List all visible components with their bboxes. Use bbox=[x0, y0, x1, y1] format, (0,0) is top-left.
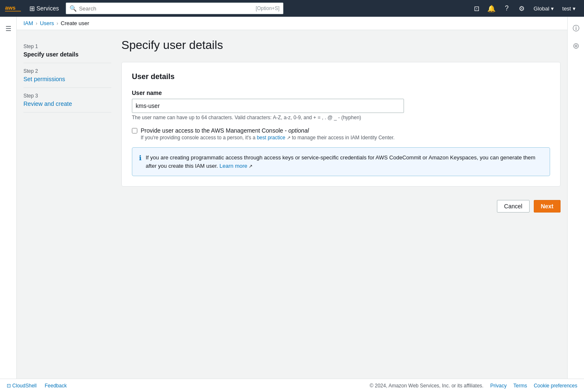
services-menu-button[interactable]: ⊞ Services bbox=[26, 3, 62, 14]
grid-icon: ⊞ bbox=[29, 5, 35, 13]
user-menu-btn[interactable]: test ▾ bbox=[559, 4, 579, 13]
username-label: User name bbox=[132, 90, 550, 96]
search-input[interactable] bbox=[79, 5, 253, 12]
username-hint: The user name can have up to 64 characte… bbox=[132, 115, 550, 120]
services-label: Services bbox=[36, 5, 59, 12]
settings-btn[interactable]: ⚙ bbox=[515, 2, 528, 15]
radio-icon: ◎ bbox=[573, 41, 579, 49]
step-3-name[interactable]: Review and create bbox=[23, 100, 111, 107]
chevron-down-icon-user: ▾ bbox=[573, 5, 576, 12]
right-info-btn[interactable]: ⓘ bbox=[569, 22, 583, 35]
footer-copyright: © 2024, Amazon Web Services, Inc. or its… bbox=[370, 383, 484, 389]
info-text-container: If you are creating programmatic access … bbox=[146, 154, 543, 170]
cloudshell-label: CloudShell bbox=[12, 383, 36, 389]
aws-logo[interactable]: aws bbox=[5, 3, 21, 13]
username-form-group: User name The user name can have up to 6… bbox=[132, 90, 550, 120]
breadcrumb-iam[interactable]: IAM bbox=[23, 20, 33, 26]
page-title: Specify user details bbox=[121, 38, 561, 52]
username-input[interactable] bbox=[132, 99, 404, 113]
user-details-card: User details User name The user name can… bbox=[121, 62, 561, 187]
step-1-label: Step 1 bbox=[23, 44, 111, 49]
step-3-label: Step 3 bbox=[23, 93, 111, 99]
breadcrumb-users[interactable]: Users bbox=[40, 20, 54, 26]
cloudshell-icon-btn[interactable]: ⊡ bbox=[470, 2, 483, 15]
console-access-label-container: Provide user access to the AWS Managemen… bbox=[141, 127, 395, 141]
steps-sidebar: Step 1 Specify user details Step 2 Set p… bbox=[23, 38, 111, 370]
sub-text-1: If you're providing console access to a … bbox=[141, 135, 257, 141]
step-2-item: Step 2 Set permissions bbox=[23, 63, 111, 88]
breadcrumb: IAM › Users › Create user bbox=[17, 17, 567, 30]
main-layout: ☰ IAM › Users › Create user Step 1 Speci… bbox=[0, 17, 584, 379]
region-label: Global bbox=[533, 5, 549, 12]
circle-icon: ⓘ bbox=[573, 24, 579, 33]
step-1-item: Step 1 Specify user details bbox=[23, 38, 111, 63]
learn-more-link[interactable]: Learn more bbox=[219, 163, 247, 169]
right-nav-btn[interactable]: ◎ bbox=[569, 38, 583, 52]
chevron-down-icon: ▾ bbox=[551, 5, 554, 12]
username-label: test bbox=[562, 5, 571, 12]
search-icon: 🔍 bbox=[69, 5, 77, 12]
hamburger-menu-btn[interactable]: ☰ bbox=[2, 22, 15, 35]
content-area: IAM › Users › Create user Step 1 Specify… bbox=[17, 17, 567, 379]
hamburger-icon: ☰ bbox=[5, 25, 11, 33]
top-navigation: aws ⊞ Services 🔍 [Option+S] ⊡ 🔔 ? ⚙ Glob… bbox=[0, 0, 584, 17]
cookie-preferences-link[interactable]: Cookie preferences bbox=[534, 383, 577, 389]
privacy-link[interactable]: Privacy bbox=[490, 383, 507, 389]
console-access-sub: If you're providing console access to a … bbox=[141, 135, 395, 141]
footer: ⊡ CloudShell Feedback © 2024, Amazon Web… bbox=[0, 379, 584, 392]
svg-text:aws: aws bbox=[5, 5, 15, 11]
breadcrumb-sep-1: › bbox=[36, 20, 37, 26]
next-button[interactable]: Next bbox=[534, 200, 561, 213]
console-optional-text: optional bbox=[288, 127, 309, 134]
bell-icon: 🔔 bbox=[487, 5, 496, 13]
info-icon: ℹ bbox=[139, 154, 141, 170]
help-btn[interactable]: ? bbox=[500, 2, 513, 15]
form-panel: Specify user details User details User n… bbox=[121, 38, 561, 370]
feedback-btn[interactable]: Feedback bbox=[45, 383, 67, 389]
region-selector[interactable]: Global ▾ bbox=[530, 4, 557, 13]
page-body: Step 1 Specify user details Step 2 Set p… bbox=[17, 30, 567, 379]
console-label-text: Provide user access to the AWS Managemen… bbox=[141, 127, 288, 134]
cloudshell-icon: ⊡ bbox=[7, 383, 11, 389]
info-box: ℹ If you are creating programmatic acces… bbox=[132, 147, 550, 176]
right-sidebar: ⓘ ◎ bbox=[567, 17, 584, 379]
console-access-row: Provide user access to the AWS Managemen… bbox=[132, 127, 550, 141]
search-shortcut: [Option+S] bbox=[256, 5, 280, 11]
external-link-icon-2: ↗ bbox=[249, 164, 252, 169]
sub-text-2: to manage their access in IAM Identity C… bbox=[291, 135, 395, 141]
console-access-checkbox[interactable] bbox=[132, 128, 137, 133]
step-1-name: Specify user details bbox=[23, 51, 111, 58]
cloudshell-footer-btn[interactable]: ⊡ CloudShell bbox=[7, 383, 38, 389]
footer-links: © 2024, Amazon Web Services, Inc. or its… bbox=[370, 383, 577, 389]
console-access-label[interactable]: Provide user access to the AWS Managemen… bbox=[141, 127, 309, 134]
external-link-icon-1: ↗ bbox=[287, 135, 291, 140]
gear-icon: ⚙ bbox=[519, 5, 525, 13]
cancel-button[interactable]: Cancel bbox=[497, 200, 530, 213]
help-icon: ? bbox=[505, 5, 509, 12]
step-2-label: Step 2 bbox=[23, 68, 111, 74]
notifications-btn[interactable]: 🔔 bbox=[485, 2, 498, 15]
search-bar: 🔍 [Option+S] bbox=[66, 3, 283, 14]
step-3-item: Step 3 Review and create bbox=[23, 88, 111, 113]
left-sidebar: ☰ bbox=[0, 17, 17, 379]
nav-right-section: ⊡ 🔔 ? ⚙ Global ▾ test ▾ bbox=[470, 2, 579, 15]
info-body-text: If you are creating programmatic access … bbox=[146, 154, 535, 169]
breadcrumb-sep-2: › bbox=[57, 20, 58, 26]
card-title: User details bbox=[132, 72, 550, 81]
breadcrumb-current: Create user bbox=[61, 20, 89, 26]
action-bar: Cancel Next bbox=[121, 193, 561, 213]
step-2-name[interactable]: Set permissions bbox=[23, 76, 111, 82]
terminal-icon: ⊡ bbox=[474, 5, 479, 13]
best-practice-link[interactable]: best practice bbox=[257, 135, 285, 141]
terms-link[interactable]: Terms bbox=[513, 383, 527, 389]
